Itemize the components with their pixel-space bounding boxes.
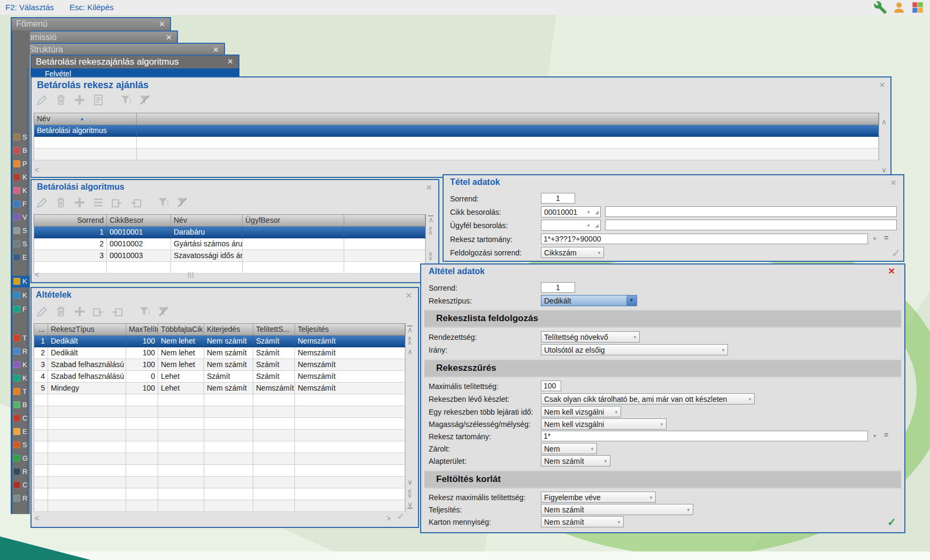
- column-header[interactable]: CikkBesor: [107, 215, 171, 226]
- filter-clear-icon[interactable]: [138, 94, 151, 106]
- sidebar-item-k-10[interactable]: K: [11, 276, 30, 287]
- filter-icon[interactable]: [157, 196, 170, 209]
- close-icon[interactable]: ×: [159, 19, 165, 30]
- close-icon[interactable]: ×: [879, 80, 885, 90]
- user-icon[interactable]: [892, 1, 906, 14]
- table-row[interactable]: 5Mindegy100LehetNem számítNemszámítNemsz…: [34, 383, 406, 394]
- sidebar-item-r-25[interactable]: R: [11, 493, 30, 504]
- table-row[interactable]: [34, 394, 406, 406]
- sidebar-item-s-7[interactable]: S: [11, 225, 30, 237]
- ugyfel-besorolas-combo[interactable]: ▼ ◢: [541, 220, 601, 231]
- column-header[interactable]: ...: [34, 324, 48, 335]
- window-struktura[interactable]: Struktúra ×: [23, 43, 225, 55]
- delete-icon[interactable]: [55, 196, 67, 209]
- edit-icon[interactable]: [36, 94, 49, 106]
- scroll-pageup-icon[interactable]: ∧∧: [428, 226, 433, 235]
- table-row[interactable]: [34, 406, 406, 418]
- sidebar-item-s-0[interactable]: S: [11, 131, 30, 143]
- cikk-besorolas-combo[interactable]: 00010001 ▼ ◢: [541, 206, 601, 217]
- scroll-pagedown-icon[interactable]: ∨∨: [428, 252, 433, 260]
- table-row[interactable]: [34, 453, 406, 465]
- scroll-pagedown-icon[interactable]: ∨∨: [407, 489, 412, 497]
- table-row[interactable]: [34, 488, 406, 500]
- rendezettseg-dropdown[interactable]: Telítettség növekvő ▼: [541, 331, 640, 343]
- scroll-right-icon[interactable]: >: [386, 515, 391, 522]
- import-icon[interactable]: [111, 196, 123, 209]
- chevron-down-icon[interactable]: ▼: [586, 223, 591, 228]
- alapterulet-dropdown[interactable]: Nem számít ▼: [541, 455, 610, 466]
- scroll-top-icon[interactable]: ∧: [428, 215, 433, 223]
- sidebar-item-p-2[interactable]: P: [11, 158, 30, 170]
- sidebar-item-e-9[interactable]: E: [11, 252, 30, 263]
- karton-mennyiseg-dropdown[interactable]: Nem számít ▼: [541, 516, 624, 527]
- add-icon[interactable]: [73, 305, 86, 318]
- scroll-up-icon[interactable]: ∧: [407, 348, 413, 355]
- splitter-handle[interactable]: |||: [188, 271, 194, 278]
- rekesztipus-dropdown[interactable]: Dedikált ▼: [541, 295, 637, 306]
- export-icon[interactable]: [129, 196, 142, 209]
- document-icon[interactable]: [92, 94, 105, 106]
- export-icon[interactable]: [111, 305, 123, 318]
- sidebar-item-f-5[interactable]: F: [11, 198, 30, 210]
- sidebar-item-c-19[interactable]: C: [11, 413, 30, 424]
- sidebar-item-v-6[interactable]: V: [11, 212, 30, 223]
- rekesz-tartomany-input[interactable]: 1*: [541, 431, 868, 441]
- max-telitettseg-input[interactable]: 100: [541, 380, 561, 391]
- scroll-left-icon[interactable]: <: [35, 166, 39, 174]
- magassag-dropdown[interactable]: Nem kell vizsgálni ▼: [541, 418, 666, 430]
- ugyfel-besorolas-name-input[interactable]: [605, 220, 897, 230]
- sorrend-input[interactable]: 1: [541, 282, 575, 293]
- close-icon[interactable]: ×: [213, 44, 219, 55]
- teljesites-dropdown[interactable]: Nem számít ▼: [541, 504, 693, 515]
- column-header[interactable]: Kiterjedés: [204, 324, 253, 335]
- sidebar-item-k-3[interactable]: K: [11, 172, 30, 183]
- sorrend-input[interactable]: 1: [541, 193, 575, 204]
- window-fomenu[interactable]: Főmenü ×: [11, 17, 171, 30]
- table-row[interactable]: 2Dedikált100Nem lehetNem számítSzámítNem…: [34, 347, 406, 359]
- list-icon[interactable]: [92, 196, 105, 209]
- sidebar-item-e-20[interactable]: E: [11, 426, 30, 438]
- scroll-bottom-icon[interactable]: ∨: [407, 501, 413, 509]
- scroll-down-icon[interactable]: ∨: [407, 478, 413, 486]
- table-row[interactable]: 300010003Szavatossági idős áru: [34, 250, 426, 262]
- scroll-down-icon[interactable]: ∨: [881, 166, 887, 174]
- filter-icon[interactable]: [120, 94, 133, 106]
- equals-icon[interactable]: =: [884, 431, 888, 439]
- column-header[interactable]: [137, 113, 879, 125]
- rekesz-tartomany-input[interactable]: 1*+3??1?+90000: [541, 234, 868, 244]
- scroll-pageup-icon[interactable]: ∧∧: [407, 336, 412, 345]
- column-header[interactable]: RekeszTípus: [48, 324, 126, 335]
- lejarati-dropdown[interactable]: Nem kell vizsgálni ▼: [541, 406, 621, 417]
- column-header[interactable]: TelítettS...: [253, 324, 295, 335]
- table-row[interactable]: 4Szabad felhasználású0LehetSzámítSzámítN…: [34, 371, 406, 383]
- sidebar-item-b-18[interactable]: B: [11, 399, 30, 411]
- column-header[interactable]: Teljesítés: [295, 324, 405, 335]
- column-header[interactable]: Sorrend: [34, 215, 107, 226]
- feldolgozasi-sorrend-dropdown[interactable]: Cikkszám ▼: [541, 247, 604, 258]
- filter-icon[interactable]: [138, 305, 151, 318]
- table-row[interactable]: [34, 430, 406, 441]
- column-header[interactable]: Név: [171, 215, 243, 226]
- sidebar-item-g-22[interactable]: G: [11, 453, 30, 464]
- scroll-left-icon[interactable]: <: [35, 271, 39, 278]
- confirm-check-icon[interactable]: ✓: [397, 511, 404, 522]
- table-row[interactable]: [34, 500, 406, 512]
- apps-icon[interactable]: [911, 1, 925, 14]
- close-icon[interactable]: ×: [890, 178, 896, 188]
- delete-icon[interactable]: [55, 305, 67, 318]
- table-row[interactable]: [34, 137, 879, 149]
- sidebar-item-k-16[interactable]: K: [11, 372, 30, 384]
- column-header[interactable]: [344, 215, 425, 226]
- chevron-down-icon[interactable]: ▼: [872, 433, 877, 439]
- tools-icon[interactable]: [873, 1, 887, 14]
- scroll-top-icon[interactable]: ∧: [407, 325, 413, 333]
- table-row[interactable]: 1Dedikált100Nem lehetNem számítSzámítNem…: [34, 336, 406, 347]
- close-icon[interactable]: ×: [426, 183, 432, 192]
- column-header[interactable]: Név▲: [34, 113, 137, 125]
- close-icon[interactable]: ×: [227, 56, 233, 67]
- edit-icon[interactable]: [36, 196, 49, 209]
- irany-dropdown[interactable]: Utolsótól az elsőig ▼: [541, 344, 728, 355]
- table-row[interactable]: [34, 477, 406, 488]
- import-icon[interactable]: [92, 305, 105, 318]
- sidebar-item-f-12[interactable]: F: [11, 304, 30, 315]
